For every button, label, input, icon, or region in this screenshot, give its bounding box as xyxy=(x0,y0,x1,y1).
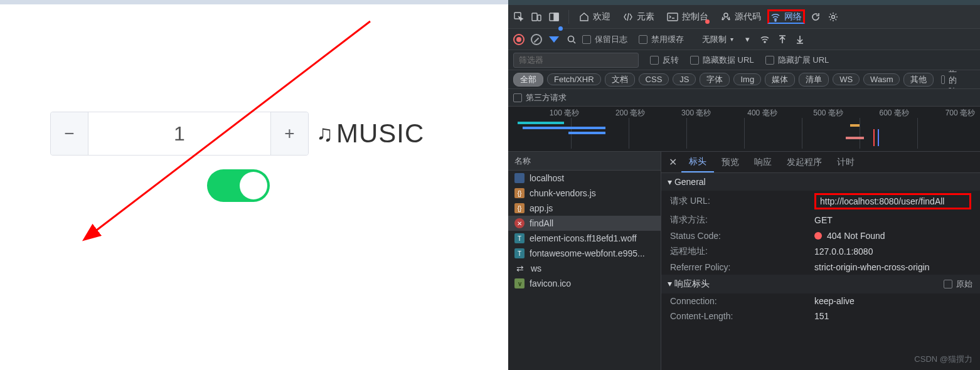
request-name: localhost xyxy=(530,173,564,183)
toggle-switch[interactable] xyxy=(207,169,270,202)
header-row: Status Code:404 Not Found xyxy=(661,228,980,243)
detail-tabs: ✕ 标头 预览 响应 发起程序 计时 xyxy=(661,152,980,173)
request-row[interactable]: {}chunk-vendors.js xyxy=(508,186,661,201)
svg-point-8 xyxy=(832,15,835,18)
refresh-icon[interactable] xyxy=(809,10,823,24)
file-type-icon: T xyxy=(514,248,525,258)
general-section[interactable]: ▾ General xyxy=(661,173,980,191)
header-row: Connection:keep-alive xyxy=(661,293,980,309)
timeline-tick: 600 毫秒 xyxy=(879,108,908,119)
devtools-panel: 欢迎 元素 控制台 源代码 网络 保留日志 禁用缓存 无限制▾ ▾ 反转 隐 xyxy=(508,0,980,370)
wifi-icon[interactable] xyxy=(758,33,772,46)
chip-js[interactable]: JS xyxy=(673,73,696,85)
header-key: Connection: xyxy=(670,296,814,306)
dock-icon[interactable] xyxy=(547,10,561,24)
timeline-tick: 100 毫秒 xyxy=(550,108,579,119)
svg-point-9 xyxy=(568,36,574,41)
header-value: keep-alive xyxy=(814,296,971,306)
tab-headers[interactable]: 标头 xyxy=(681,152,714,172)
chip-manifest[interactable]: 清单 xyxy=(799,73,829,87)
request-row[interactable]: {}app.js xyxy=(508,201,661,216)
filter-toggle[interactable] xyxy=(547,33,561,46)
timeline-tick: 500 毫秒 xyxy=(813,108,843,119)
raw-checkbox[interactable]: 原始 xyxy=(944,278,972,290)
preserve-log-checkbox[interactable]: 保留日志 xyxy=(582,34,627,45)
request-name: favicon.ico xyxy=(530,278,571,288)
header-value: 127.0.0.1:8080 xyxy=(814,246,971,256)
music-text: MUSIC xyxy=(336,119,424,149)
chip-doc[interactable]: 文档 xyxy=(605,73,635,87)
upload-icon[interactable] xyxy=(775,33,789,46)
quantity-value[interactable]: 1 xyxy=(88,112,270,155)
header-key: 远程地址: xyxy=(670,246,814,257)
chip-fetch[interactable]: Fetch/XHR xyxy=(547,73,601,85)
record-button[interactable] xyxy=(512,33,526,46)
disable-cache-checkbox[interactable]: 禁用缓存 xyxy=(639,34,684,45)
request-row[interactable]: ✕findAll xyxy=(508,216,661,231)
status-dot-icon xyxy=(814,232,822,240)
close-detail-button[interactable]: ✕ xyxy=(664,156,681,168)
tab-welcome[interactable]: 欢迎 xyxy=(573,9,617,25)
tab-preview[interactable]: 预览 xyxy=(714,153,747,172)
chip-css[interactable]: CSS xyxy=(639,73,669,85)
type-filter-row: 全部 Fetch/XHR 文档 CSS JS 字体 Img 媒体 清单 WS W… xyxy=(508,70,980,89)
file-type-icon: ∨ xyxy=(514,278,525,288)
device-icon[interactable] xyxy=(530,10,543,24)
response-headers-section[interactable]: ▾ 响应标头 原始 xyxy=(661,275,980,293)
watermark: CSDN @猫撰力 xyxy=(914,354,972,365)
request-row[interactable]: localhost xyxy=(508,171,661,186)
chip-wasm[interactable]: Wasm xyxy=(863,73,900,85)
file-type-icon xyxy=(514,173,525,183)
decrease-button[interactable]: − xyxy=(51,112,88,155)
request-row[interactable]: Telement-icons.ff18efd1.woff xyxy=(508,231,661,246)
chip-img[interactable]: Img xyxy=(733,73,761,85)
header-row: 请求方法:GET xyxy=(661,212,980,228)
quantity-stepper[interactable]: − 1 + xyxy=(50,112,309,156)
header-value: http://localhost:8080/user/findAll xyxy=(814,193,971,209)
tab-response[interactable]: 响应 xyxy=(747,153,779,172)
timeline-tick: 300 毫秒 xyxy=(681,108,711,119)
request-name: ws xyxy=(531,263,541,273)
network-controls: 保留日志 禁用缓存 无限制▾ ▾ xyxy=(508,29,980,50)
header-row: 请求 URL:http://localhost:8080/user/findAl… xyxy=(661,191,980,212)
blocked-response-checkbox[interactable]: 已阻止的响应 Co xyxy=(941,70,964,89)
request-row[interactable]: ⇄ws xyxy=(508,261,661,276)
file-type-icon: T xyxy=(514,233,525,243)
tab-console[interactable]: 控制台 xyxy=(661,9,715,25)
switch-knob xyxy=(240,172,267,199)
tab-elements[interactable]: 元素 xyxy=(617,9,661,25)
timeline-tick: 700 毫秒 xyxy=(945,108,975,119)
hide-dataurl-checkbox[interactable]: 隐藏数据 URL xyxy=(690,55,754,66)
chip-ws[interactable]: WS xyxy=(833,73,860,85)
tab-initiator[interactable]: 发起程序 xyxy=(779,153,829,172)
throttle-select[interactable]: 无限制▾ xyxy=(695,33,740,46)
request-name: app.js xyxy=(530,203,553,213)
request-name: fontawesome-webfont.e995... xyxy=(530,248,645,258)
filter-input[interactable] xyxy=(513,53,639,68)
svg-point-7 xyxy=(775,20,776,21)
chip-media[interactable]: 媒体 xyxy=(765,73,795,87)
devtools-tabbar: 欢迎 元素 控制台 源代码 网络 xyxy=(508,5,980,29)
caret-down-icon[interactable]: ▾ xyxy=(740,33,754,46)
request-row[interactable]: Tfontawesome-webfont.e995... xyxy=(508,246,661,261)
search-icon[interactable] xyxy=(565,33,578,46)
chip-all[interactable]: 全部 xyxy=(513,73,543,87)
network-timeline[interactable]: 100 毫秒 200 毫秒 300 毫秒 400 毫秒 500 毫秒 600 毫… xyxy=(508,107,980,152)
tab-sources[interactable]: 源代码 xyxy=(715,9,767,25)
tab-network[interactable]: 网络 xyxy=(767,9,805,24)
download-icon[interactable] xyxy=(793,33,807,46)
settings-icon[interactable] xyxy=(826,10,840,24)
request-row[interactable]: ∨favicon.ico xyxy=(508,276,661,291)
increase-button[interactable]: + xyxy=(270,112,308,155)
tab-timing[interactable]: 计时 xyxy=(829,153,862,172)
chip-font[interactable]: 字体 xyxy=(700,73,730,87)
filter-row: 反转 隐藏数据 URL 隐藏扩展 URL xyxy=(508,50,980,70)
chip-other[interactable]: 其他 xyxy=(903,73,934,87)
timeline-tick: 400 毫秒 xyxy=(747,108,777,119)
inspect-icon[interactable] xyxy=(512,10,526,24)
invert-checkbox[interactable]: 反转 xyxy=(650,55,679,66)
clear-button[interactable] xyxy=(530,33,543,46)
thirdparty-checkbox[interactable]: 第三方请求 xyxy=(513,92,567,103)
request-name: element-icons.ff18efd1.woff xyxy=(530,233,637,243)
hide-exturl-checkbox[interactable]: 隐藏扩展 URL xyxy=(765,55,829,66)
